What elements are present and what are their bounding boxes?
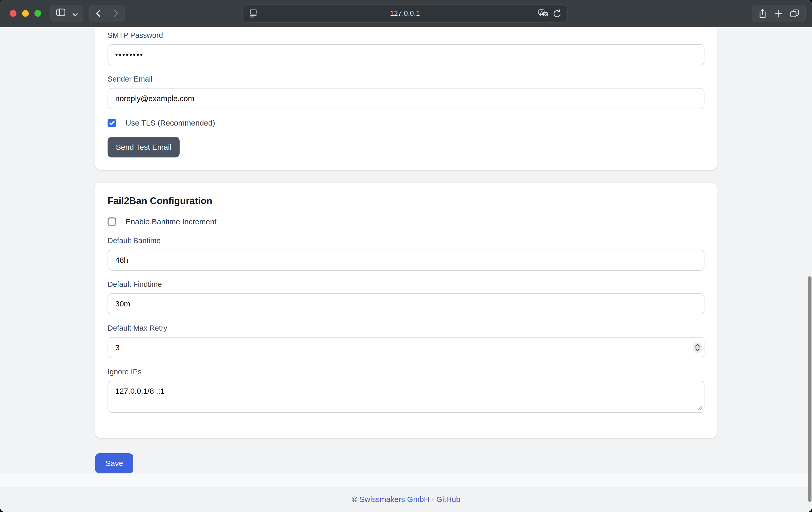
page-settings-icon (250, 9, 257, 18)
back-icon (96, 9, 101, 17)
toolbar-actions (752, 5, 806, 22)
chevron-down-icon (72, 9, 78, 18)
share-icon (758, 8, 767, 18)
address-bar[interactable]: 127.0.0.1 A (242, 4, 568, 23)
stepper-up-icon (695, 344, 700, 347)
reload-icon (553, 9, 561, 18)
new-tab-icon (775, 9, 782, 17)
fullscreen-window-button[interactable] (34, 10, 41, 17)
checkmark-icon (109, 121, 115, 125)
ignore-ips-textarea[interactable]: 127.0.0.1/8 ::1 (108, 381, 704, 413)
forward-button[interactable] (107, 5, 124, 22)
default-findtime-input[interactable] (108, 293, 704, 314)
reload-button[interactable] (553, 9, 561, 18)
github-link[interactable]: GitHub (436, 495, 460, 504)
page-footer: © Swissmakers GmbH - GitHub (0, 487, 812, 512)
translate-icon: A (538, 9, 548, 18)
nav-buttons (89, 5, 125, 22)
sidebar-icon (56, 8, 65, 18)
sender-email-input[interactable] (108, 88, 704, 109)
default-findtime-label: Default Findtime (108, 280, 704, 289)
send-test-email-button[interactable]: Send Test Email (108, 137, 180, 158)
traffic-lights (10, 10, 41, 17)
svg-text:A: A (540, 10, 543, 15)
screen: 127.0.0.1 A (0, 0, 812, 512)
back-button[interactable] (90, 5, 107, 22)
translate-button[interactable]: A (538, 9, 548, 18)
page-settings-button[interactable] (250, 9, 257, 18)
fail2ban-card: Fail2Ban Configuration Enable Bantime In… (95, 183, 717, 438)
footer-separator: - (429, 495, 436, 504)
smtp-password-label: SMTP Password (108, 31, 704, 39)
stepper-divider (695, 347, 700, 348)
new-tab-button[interactable] (775, 9, 782, 17)
sidebar-toggle-button[interactable] (51, 5, 83, 22)
default-bantime-input[interactable] (108, 250, 704, 271)
fail2ban-title: Fail2Ban Configuration (108, 195, 704, 207)
smtp-settings-card: SMTP Password Sender Email (95, 27, 717, 170)
smtp-password-input[interactable] (108, 44, 704, 65)
ignore-ips-label: Ignore IPs (108, 367, 704, 376)
save-button[interactable]: Save (95, 453, 133, 474)
forward-icon (113, 9, 119, 17)
enable-bantime-increment-label: Enable Bantime Increment (125, 217, 216, 226)
share-button[interactable] (758, 8, 767, 18)
sender-email-label: Sender Email (108, 75, 704, 83)
default-bantime-label: Default Bantime (108, 236, 704, 245)
use-tls-checkbox[interactable] (108, 119, 116, 127)
page-viewport: SMTP Password Sender Email (0, 27, 812, 487)
url-text: 127.0.0.1 (243, 9, 567, 18)
tabs-overview-button[interactable] (790, 9, 799, 18)
resize-handle-icon[interactable] (697, 405, 702, 410)
stepper-down-icon (695, 348, 700, 351)
close-window-button[interactable] (10, 10, 17, 17)
default-max-retry-input[interactable] (108, 337, 704, 358)
number-stepper[interactable] (693, 342, 702, 353)
copyright-text: © (352, 495, 359, 504)
scrollbar-thumb[interactable] (808, 276, 811, 502)
page-main: SMTP Password Sender Email (0, 27, 812, 474)
default-max-retry-label: Default Max Retry (108, 324, 704, 333)
use-tls-label: Use TLS (Recommended) (125, 118, 215, 127)
browser-toolbar: 127.0.0.1 A (0, 0, 812, 27)
safari-window: 127.0.0.1 A (0, 0, 812, 512)
minimize-window-button[interactable] (22, 10, 29, 17)
tabs-icon (790, 9, 799, 18)
enable-bantime-increment-checkbox[interactable] (108, 218, 116, 226)
company-link[interactable]: Swissmakers GmbH (359, 495, 429, 504)
